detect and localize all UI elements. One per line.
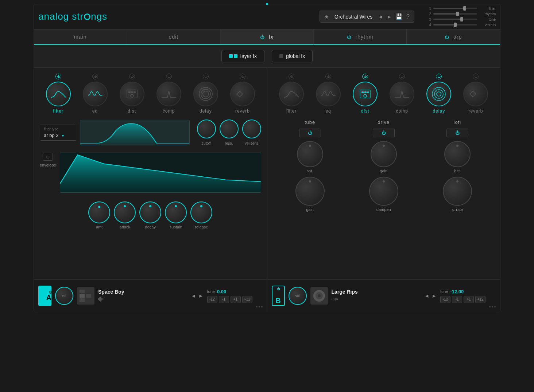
reverb-icon	[235, 86, 251, 102]
layer-fx-label: layer fx	[240, 53, 257, 59]
left-comp-fx[interactable]: ⏻ comp	[156, 74, 181, 114]
lofi-power[interactable]: ⏻	[446, 129, 468, 137]
tube-sat-knob[interactable]	[297, 141, 323, 167]
right-delay-power[interactable]: ⏻	[436, 74, 442, 79]
layer-a-prev[interactable]: ◄	[191, 293, 196, 299]
tab-rhythm-label: rhythm	[356, 34, 374, 40]
right-comp-power[interactable]: ⏻	[399, 74, 405, 79]
left-comp-knob[interactable]	[156, 82, 181, 106]
drive-power[interactable]: ⏻	[373, 129, 395, 137]
tab-fx[interactable]: ⏻ fx	[220, 30, 314, 45]
release-knob[interactable]	[190, 201, 212, 223]
tab-rhythm[interactable]: ⏻ rhythm	[314, 30, 407, 44]
layer-a-volume-knob[interactable]: vol	[55, 287, 73, 305]
cutoff-label: cutoff	[202, 141, 210, 145]
right-delay-knob[interactable]	[426, 82, 451, 106]
tune-a-row: tune 0.00	[207, 289, 252, 294]
tune-b-minus1[interactable]: -1	[452, 296, 462, 303]
right-comp-fx[interactable]: ⏻ comp	[390, 74, 414, 114]
layer-fx-button[interactable]: layer fx	[221, 50, 264, 62]
tune-a-plus1[interactable]: +1	[231, 296, 241, 303]
attack-knob[interactable]	[114, 201, 136, 223]
envelope-power[interactable]: ⏻	[43, 153, 53, 161]
tune-a-minus12[interactable]: -12	[207, 296, 217, 303]
left-fx-icons-row: ⏻ filter ⏻	[40, 74, 261, 114]
left-delay-fx[interactable]: ⏻ delay	[193, 74, 218, 114]
left-reverb-fx[interactable]: ⏻ reverb	[230, 74, 255, 114]
left-dist-fx[interactable]: ⏻ dist	[120, 74, 144, 114]
right-dist-fx[interactable]: ⏻ dist	[353, 74, 378, 114]
preset-star[interactable]: ★	[324, 14, 329, 20]
right-dist-label: dist	[361, 109, 369, 114]
right-filter-fx[interactable]: ⏻ filter	[279, 74, 304, 114]
preset-next[interactable]: ►	[387, 14, 392, 20]
tune-a-plus12[interactable]: +12	[242, 296, 252, 303]
left-delay-knob[interactable]	[193, 82, 218, 106]
tab-arp[interactable]: ⏻ arp	[407, 30, 500, 44]
right-dist-knob[interactable]	[353, 82, 378, 106]
right-delay-fx[interactable]: ⏻ delay	[426, 74, 451, 114]
macro-slider-2[interactable]	[433, 13, 477, 15]
layer-b-icon	[310, 287, 328, 305]
right-eq-fx[interactable]: ⏻ eq	[316, 74, 341, 114]
tube-gain-knob[interactable]	[295, 177, 325, 206]
right-filter-power[interactable]: ⏻	[289, 74, 294, 79]
global-fx-button[interactable]: global fx	[272, 50, 313, 62]
layer-a-next[interactable]: ►	[198, 293, 204, 299]
lofi-srate-wrap: s. rate	[443, 177, 472, 212]
left-filter-knob[interactable]	[46, 82, 71, 106]
layer-b-prev[interactable]: ◄	[424, 293, 429, 299]
cutoff-knob[interactable]	[197, 119, 216, 138]
left-reverb-power[interactable]: ⏻	[240, 74, 245, 79]
left-eq-fx[interactable]: ⏻ eq	[83, 74, 108, 114]
macro-slider-1[interactable]	[433, 8, 477, 9]
tab-main[interactable]: main	[34, 30, 127, 44]
decay-knob[interactable]	[139, 201, 161, 223]
sustain-knob[interactable]	[165, 201, 187, 223]
filter-type-box[interactable]: filter type ar bp 2 ▼	[40, 125, 76, 141]
left-dist-knob[interactable]	[120, 82, 144, 106]
filter-type-section: filter type ar bp 2 ▼	[40, 119, 261, 145]
left-filter-power[interactable]: ⏻	[55, 74, 61, 79]
right-dist-power[interactable]: ⏻	[362, 74, 368, 79]
preset-save[interactable]: 💾	[395, 13, 403, 20]
right-reverb-fx[interactable]: ⏻ reverb	[463, 74, 488, 114]
tune-b-minus12[interactable]: -12	[440, 296, 450, 303]
right-comp-knob[interactable]	[390, 82, 414, 106]
right-reverb-power[interactable]: ⏻	[473, 74, 479, 79]
tune-a-minus1[interactable]: -1	[219, 296, 229, 303]
layer-b-next[interactable]: ►	[432, 293, 437, 299]
tab-edit[interactable]: edit	[127, 30, 221, 44]
left-filter-fx[interactable]: ⏻ filter	[46, 74, 71, 114]
left-eq-power[interactable]: ⏻	[92, 74, 98, 79]
tube-gain-label: gain	[306, 207, 314, 212]
svg-rect-1	[128, 91, 131, 93]
drive-gain-knob[interactable]	[371, 141, 397, 167]
left-dist-power[interactable]: ⏻	[129, 74, 135, 79]
lofi-srate-knob[interactable]	[443, 177, 472, 206]
preset-help[interactable]: ?	[406, 13, 410, 20]
main-content: ⏻ filter ⏻	[34, 68, 500, 279]
right-eq-knob[interactable]	[316, 82, 341, 106]
left-reverb-knob[interactable]	[230, 82, 255, 106]
tube-power[interactable]: ⏻	[299, 129, 321, 137]
vel-sens-knob[interactable]	[242, 119, 261, 138]
macro-slider-4[interactable]	[433, 24, 477, 26]
left-eq-knob[interactable]	[83, 82, 108, 106]
preset-prev[interactable]: ◄	[378, 14, 383, 20]
right-reverb-knob[interactable]	[463, 82, 488, 106]
left-delay-power[interactable]: ⏻	[203, 74, 209, 79]
right-eq-power[interactable]: ⏻	[325, 74, 331, 79]
release-label: release	[195, 225, 208, 229]
layer-b-volume-knob[interactable]: vol	[289, 287, 307, 305]
amt-knob[interactable]	[88, 201, 110, 223]
tune-b-plus12[interactable]: +12	[475, 296, 485, 303]
left-comp-power[interactable]: ⏻	[166, 74, 172, 79]
drive-dampen-knob[interactable]	[369, 177, 398, 206]
tune-b-plus1[interactable]: +1	[464, 296, 474, 303]
right-filter-knob[interactable]	[279, 82, 304, 106]
lofi-bits-knob[interactable]	[444, 141, 471, 167]
filter-type-dropdown[interactable]: ▼	[61, 134, 65, 138]
reso-knob[interactable]	[220, 119, 239, 138]
macro-slider-3[interactable]	[433, 19, 477, 20]
